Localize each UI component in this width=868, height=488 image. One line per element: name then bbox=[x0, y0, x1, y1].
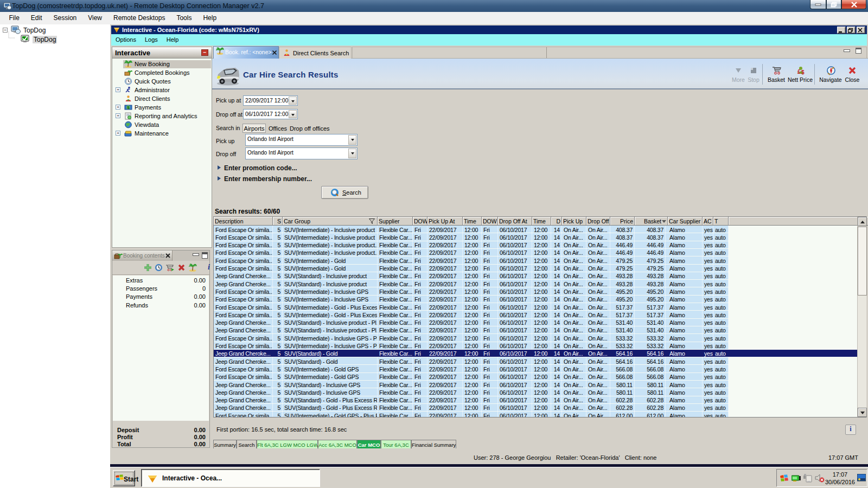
svg-text:$: $ bbox=[127, 105, 130, 110]
svg-text:£: £ bbox=[797, 69, 801, 75]
svg-text:$: $ bbox=[801, 69, 805, 75]
